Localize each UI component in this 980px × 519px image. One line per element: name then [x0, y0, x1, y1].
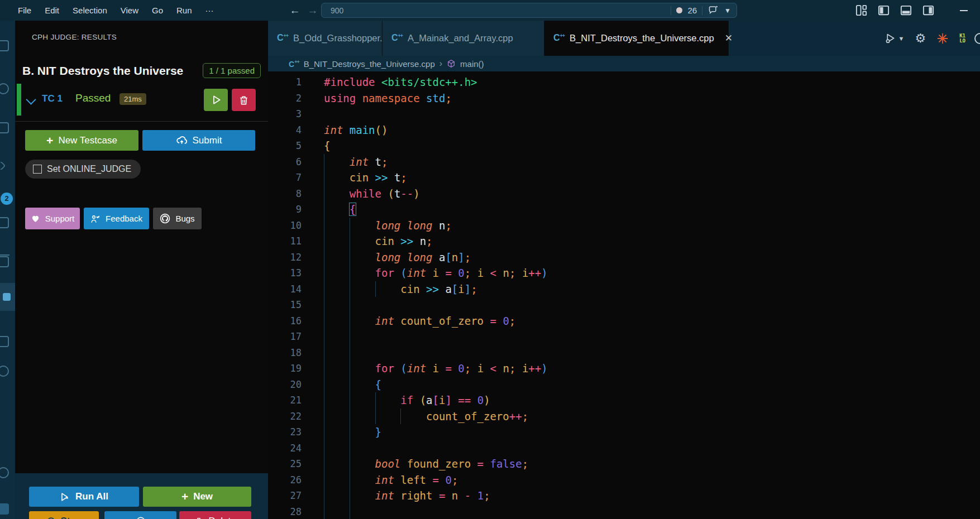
testcase-status-bar	[17, 84, 21, 116]
code-line: 20 {	[268, 377, 980, 393]
toggle-panel-icon[interactable]	[900, 4, 912, 17]
stop-icon	[46, 517, 56, 519]
code-line: 18	[268, 345, 980, 361]
code-line: 1#include <bits/stdc++.h>	[268, 74, 980, 90]
passed-count-badge: 1 / 1 passed	[203, 63, 261, 78]
divider	[671, 6, 671, 15]
run-icon	[885, 32, 896, 44]
cpp-file-icon: C++	[289, 59, 299, 69]
activity-bar-icon[interactable]	[0, 336, 9, 347]
code-line: 24	[268, 440, 980, 456]
code-line: 26 int left = 0;	[268, 472, 980, 488]
activity-bar-icon[interactable]	[0, 366, 9, 377]
search-box[interactable]: 900 26 ▼	[321, 3, 737, 18]
menu-overflow[interactable]: ···	[199, 6, 221, 15]
forward-button[interactable]: →	[305, 3, 321, 18]
menu-bar: File Edit Selection View Go Run ···	[11, 0, 221, 21]
new-testcase-button[interactable]: + New Testcase	[25, 130, 138, 151]
menu-selection[interactable]: Selection	[66, 6, 114, 15]
symbol-method-icon	[447, 59, 456, 68]
toggle-secondary-sidebar-icon[interactable]	[922, 4, 935, 17]
code-line: 6 int t;	[268, 154, 980, 170]
code-line: 7 cin >> t;	[268, 170, 980, 186]
problem-count: 26	[687, 6, 697, 15]
vscode-window: File Edit Selection View Go Run ··· ← → …	[0, 0, 980, 519]
copilot-chat-icon[interactable]	[707, 4, 719, 16]
stop-button[interactable]: Stop	[29, 511, 99, 519]
activity-bar-item-active[interactable]	[0, 283, 15, 311]
cpp-file-icon: C++	[277, 33, 288, 43]
account-icon[interactable]	[0, 467, 9, 478]
cph-judge-icon	[3, 293, 11, 301]
source-control-badge[interactable]: 2	[1, 193, 13, 205]
activity-bar: 2	[0, 21, 15, 519]
chevron-down-icon[interactable]: ▼	[724, 7, 731, 15]
activity-bar-icon[interactable]	[0, 122, 9, 133]
layout-controls	[855, 0, 980, 21]
panel-title: CPH JUDGE: RESULTS	[32, 33, 117, 41]
divider	[702, 6, 702, 15]
activity-bar-icon[interactable]	[0, 161, 6, 171]
heart-icon	[31, 214, 40, 223]
search-icon[interactable]	[0, 83, 9, 94]
code-line: 14 cin >> a[i];	[268, 281, 980, 297]
cloud-upload-icon	[176, 134, 188, 146]
search-input[interactable]: 900	[331, 6, 671, 15]
menu-go[interactable]: Go	[145, 6, 170, 15]
code-line: 19 for (int i = 0; i < n; i++)	[268, 361, 980, 377]
activity-bar-icon[interactable]	[0, 40, 9, 51]
run-or-debug-button[interactable]: ▼	[885, 32, 905, 44]
problem-title: B. NIT Destroys the Universe	[22, 64, 183, 78]
minimize-button[interactable]	[960, 10, 968, 11]
code-line: 27 int right = n - 1;	[268, 488, 980, 504]
trash-icon[interactable]	[0, 256, 9, 267]
timer-button[interactable]	[104, 511, 176, 519]
tab-b-nit-destroys-the-universe[interactable]: C++ B_NIT_Destroys_the_Universe.cpp ✕	[544, 21, 729, 56]
github-icon	[160, 213, 170, 224]
activity-bar-icon[interactable]	[0, 217, 9, 228]
run-all-button[interactable]: Run All	[29, 487, 139, 507]
bugs-button[interactable]: Bugs	[153, 208, 202, 229]
extension-k-icon[interactable]: K1LO	[959, 33, 965, 44]
code-line: 10 long long n;	[268, 218, 980, 234]
feedback-button[interactable]: Feedback	[84, 208, 149, 229]
menu-file[interactable]: File	[11, 6, 38, 15]
menu-edit[interactable]: Edit	[38, 6, 66, 15]
code-editor[interactable]: 1#include <bits/stdc++.h>2using namespac…	[268, 71, 980, 519]
code-line: 21 if (a[i] == 0)	[268, 392, 980, 409]
run-testcase-button[interactable]	[204, 89, 228, 111]
back-button[interactable]: ←	[287, 3, 303, 18]
chevron-down-icon[interactable]: ▼	[898, 35, 905, 42]
testcase-row[interactable]: TC 1 Passed 21ms	[15, 84, 268, 116]
set-online-judge-toggle[interactable]: Set ONLINE_JUDGE	[25, 160, 141, 179]
delete-testcase-button[interactable]	[232, 89, 256, 111]
code-line: 4int main()	[268, 122, 980, 138]
delete-button[interactable]: Delete	[179, 511, 251, 519]
plus-icon: +	[46, 134, 53, 147]
breadcrumb-symbol[interactable]: main()	[460, 59, 484, 69]
customize-layout-icon[interactable]	[855, 4, 868, 17]
trash-icon	[238, 95, 249, 105]
cph-results-panel: CPH JUDGE: RESULTS B. NIT Destroys the U…	[15, 21, 268, 519]
breadcrumb-file[interactable]: B_NIT_Destroys_the_Universe.cpp	[304, 59, 435, 69]
support-button[interactable]: Support	[25, 208, 80, 229]
tab-b-odd-grasshopper[interactable]: C++ B_Odd_Grasshopper.cpp	[268, 21, 383, 56]
code-line: 2using namespace std;	[268, 90, 980, 107]
clipped-icon	[974, 33, 980, 44]
activity-bar-icon[interactable]	[0, 503, 9, 515]
extension-burst-icon[interactable]	[936, 32, 949, 45]
gear-icon[interactable]: ⚙	[915, 31, 926, 46]
new-button[interactable]: + New	[143, 487, 251, 507]
code-line: 17	[268, 329, 980, 345]
menu-run[interactable]: Run	[170, 6, 199, 15]
toggle-sidebar-icon[interactable]	[877, 4, 890, 17]
close-tab-icon[interactable]: ✕	[725, 32, 733, 44]
menu-view[interactable]: View	[114, 6, 145, 15]
submit-button[interactable]: Submit	[142, 130, 255, 151]
breadcrumb-separator: ›	[439, 59, 442, 69]
chevron-down-icon[interactable]	[26, 94, 36, 104]
tab-a-mainak-and-array[interactable]: C++ A_Mainak_and_Array.cpp	[383, 21, 544, 56]
run-all-icon	[60, 492, 70, 502]
divider	[15, 121, 268, 122]
trash-icon	[194, 517, 203, 519]
